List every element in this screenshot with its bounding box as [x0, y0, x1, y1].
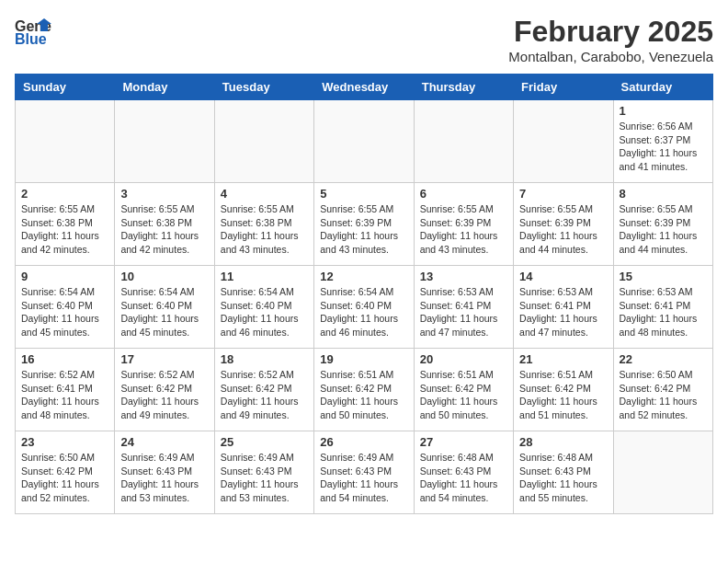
- calendar-cell: 7Sunrise: 6:55 AM Sunset: 6:39 PM Daylig…: [514, 183, 613, 266]
- day-number: 15: [620, 270, 707, 283]
- day-number: 18: [221, 352, 308, 366]
- day-number: 2: [21, 187, 108, 201]
- calendar-cell: 28Sunrise: 6:48 AM Sunset: 6:43 PM Dayli…: [514, 431, 613, 514]
- logo: General Blue: [15, 15, 51, 48]
- calendar-cell: [514, 100, 613, 183]
- day-info: Sunrise: 6:53 AM Sunset: 6:41 PM Dayligh…: [620, 285, 707, 339]
- calendar-cell: [314, 100, 414, 183]
- day-number: 8: [620, 187, 707, 201]
- calendar-cell: [214, 100, 313, 183]
- day-number: 22: [620, 352, 707, 366]
- day-of-week-header: Wednesday: [314, 75, 414, 100]
- day-info: Sunrise: 6:48 AM Sunset: 6:43 PM Dayligh…: [519, 451, 607, 505]
- day-info: Sunrise: 6:49 AM Sunset: 6:43 PM Dayligh…: [320, 451, 407, 505]
- day-number: 4: [221, 187, 308, 201]
- svg-text:Blue: Blue: [15, 31, 47, 47]
- day-info: Sunrise: 6:54 AM Sunset: 6:40 PM Dayligh…: [320, 285, 407, 339]
- calendar-cell: 6Sunrise: 6:55 AM Sunset: 6:39 PM Daylig…: [414, 183, 513, 266]
- day-number: 7: [519, 187, 607, 201]
- calendar-week-row: 1Sunrise: 6:56 AM Sunset: 6:37 PM Daylig…: [16, 100, 713, 183]
- logo-icon: General Blue: [15, 15, 51, 48]
- month-year-title: February 2025: [508, 15, 713, 49]
- day-number: 9: [21, 270, 108, 283]
- calendar-cell: 23Sunrise: 6:50 AM Sunset: 6:42 PM Dayli…: [16, 431, 115, 514]
- day-number: 5: [320, 187, 407, 201]
- day-info: Sunrise: 6:51 AM Sunset: 6:42 PM Dayligh…: [519, 368, 607, 422]
- calendar-cell: 4Sunrise: 6:55 AM Sunset: 6:38 PM Daylig…: [214, 183, 313, 266]
- day-of-week-header: Saturday: [613, 75, 712, 100]
- calendar-cell: 24Sunrise: 6:49 AM Sunset: 6:43 PM Dayli…: [115, 431, 214, 514]
- calendar-cell: 19Sunrise: 6:51 AM Sunset: 6:42 PM Dayli…: [314, 349, 414, 431]
- calendar-cell: 13Sunrise: 6:53 AM Sunset: 6:41 PM Dayli…: [414, 266, 513, 349]
- calendar-week-row: 9Sunrise: 6:54 AM Sunset: 6:40 PM Daylig…: [16, 266, 713, 349]
- calendar-header-row: SundayMondayTuesdayWednesdayThursdayFrid…: [16, 75, 713, 100]
- calendar-cell: 10Sunrise: 6:54 AM Sunset: 6:40 PM Dayli…: [115, 266, 214, 349]
- day-info: Sunrise: 6:55 AM Sunset: 6:38 PM Dayligh…: [221, 202, 308, 257]
- day-info: Sunrise: 6:55 AM Sunset: 6:38 PM Dayligh…: [21, 202, 108, 257]
- day-number: 23: [21, 435, 108, 449]
- calendar-table: SundayMondayTuesdayWednesdayThursdayFrid…: [15, 74, 713, 514]
- day-info: Sunrise: 6:52 AM Sunset: 6:42 PM Dayligh…: [120, 368, 208, 422]
- day-number: 26: [320, 435, 407, 449]
- day-number: 1: [620, 104, 707, 118]
- calendar-cell: 5Sunrise: 6:55 AM Sunset: 6:39 PM Daylig…: [314, 183, 414, 266]
- day-of-week-header: Monday: [115, 75, 214, 100]
- day-number: 16: [21, 352, 108, 366]
- day-info: Sunrise: 6:54 AM Sunset: 6:40 PM Dayligh…: [21, 285, 108, 339]
- day-number: 11: [221, 270, 308, 283]
- day-info: Sunrise: 6:51 AM Sunset: 6:42 PM Dayligh…: [420, 368, 507, 422]
- day-number: 27: [420, 435, 507, 449]
- calendar-cell: 26Sunrise: 6:49 AM Sunset: 6:43 PM Dayli…: [314, 431, 414, 514]
- calendar-cell: 11Sunrise: 6:54 AM Sunset: 6:40 PM Dayli…: [214, 266, 313, 349]
- calendar-cell: 1Sunrise: 6:56 AM Sunset: 6:37 PM Daylig…: [613, 100, 712, 183]
- day-info: Sunrise: 6:49 AM Sunset: 6:43 PM Dayligh…: [221, 451, 308, 505]
- day-info: Sunrise: 6:48 AM Sunset: 6:43 PM Dayligh…: [420, 451, 507, 505]
- calendar-cell: 20Sunrise: 6:51 AM Sunset: 6:42 PM Dayli…: [414, 349, 513, 431]
- calendar-cell: [613, 431, 712, 514]
- day-number: 25: [221, 435, 308, 449]
- day-number: 14: [519, 270, 607, 283]
- day-of-week-header: Tuesday: [214, 75, 313, 100]
- day-info: Sunrise: 6:55 AM Sunset: 6:39 PM Dayligh…: [519, 202, 607, 257]
- day-info: Sunrise: 6:50 AM Sunset: 6:42 PM Dayligh…: [21, 451, 108, 505]
- day-number: 10: [120, 270, 208, 283]
- day-info: Sunrise: 6:55 AM Sunset: 6:39 PM Dayligh…: [620, 202, 707, 257]
- calendar-week-row: 2Sunrise: 6:55 AM Sunset: 6:38 PM Daylig…: [16, 183, 713, 266]
- day-number: 21: [519, 352, 607, 366]
- calendar-cell: 16Sunrise: 6:52 AM Sunset: 6:41 PM Dayli…: [16, 349, 115, 431]
- day-number: 12: [320, 270, 407, 283]
- day-number: 17: [120, 352, 208, 366]
- calendar-cell: 12Sunrise: 6:54 AM Sunset: 6:40 PM Dayli…: [314, 266, 414, 349]
- title-section: February 2025 Montalban, Carabobo, Venez…: [508, 15, 713, 64]
- day-number: 20: [420, 352, 507, 366]
- day-info: Sunrise: 6:53 AM Sunset: 6:41 PM Dayligh…: [519, 285, 607, 339]
- day-info: Sunrise: 6:52 AM Sunset: 6:42 PM Dayligh…: [221, 368, 308, 422]
- day-number: 19: [320, 352, 407, 366]
- day-info: Sunrise: 6:56 AM Sunset: 6:37 PM Dayligh…: [620, 120, 707, 174]
- calendar-cell: 9Sunrise: 6:54 AM Sunset: 6:40 PM Daylig…: [16, 266, 115, 349]
- day-info: Sunrise: 6:55 AM Sunset: 6:39 PM Dayligh…: [320, 202, 407, 257]
- calendar-cell: 2Sunrise: 6:55 AM Sunset: 6:38 PM Daylig…: [16, 183, 115, 266]
- day-info: Sunrise: 6:49 AM Sunset: 6:43 PM Dayligh…: [120, 451, 208, 505]
- calendar-cell: 25Sunrise: 6:49 AM Sunset: 6:43 PM Dayli…: [214, 431, 313, 514]
- calendar-cell: [414, 100, 513, 183]
- day-number: 28: [519, 435, 607, 449]
- day-of-week-header: Thursday: [414, 75, 513, 100]
- day-info: Sunrise: 6:51 AM Sunset: 6:42 PM Dayligh…: [320, 368, 407, 422]
- day-info: Sunrise: 6:54 AM Sunset: 6:40 PM Dayligh…: [120, 285, 208, 339]
- day-info: Sunrise: 6:54 AM Sunset: 6:40 PM Dayligh…: [221, 285, 308, 339]
- day-number: 24: [120, 435, 208, 449]
- day-of-week-header: Friday: [514, 75, 613, 100]
- day-number: 3: [120, 187, 208, 201]
- calendar-cell: 27Sunrise: 6:48 AM Sunset: 6:43 PM Dayli…: [414, 431, 513, 514]
- day-info: Sunrise: 6:50 AM Sunset: 6:42 PM Dayligh…: [620, 368, 707, 422]
- calendar-cell: 17Sunrise: 6:52 AM Sunset: 6:42 PM Dayli…: [115, 349, 214, 431]
- day-info: Sunrise: 6:55 AM Sunset: 6:38 PM Dayligh…: [120, 202, 208, 257]
- day-of-week-header: Sunday: [16, 75, 115, 100]
- calendar-week-row: 16Sunrise: 6:52 AM Sunset: 6:41 PM Dayli…: [16, 349, 713, 431]
- calendar-cell: 21Sunrise: 6:51 AM Sunset: 6:42 PM Dayli…: [514, 349, 613, 431]
- calendar-cell: 8Sunrise: 6:55 AM Sunset: 6:39 PM Daylig…: [613, 183, 712, 266]
- calendar-cell: [115, 100, 214, 183]
- calendar-cell: [16, 100, 115, 183]
- day-info: Sunrise: 6:55 AM Sunset: 6:39 PM Dayligh…: [420, 202, 507, 257]
